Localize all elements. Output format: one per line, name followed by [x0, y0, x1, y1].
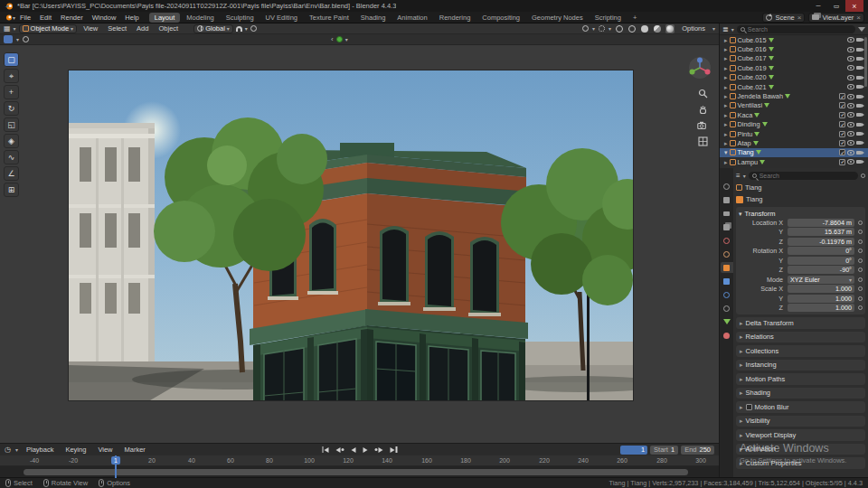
- transform-panel-header[interactable]: Transform: [739, 209, 863, 218]
- tab-object-data[interactable]: [721, 316, 733, 327]
- panel-relations[interactable]: Relations: [736, 332, 865, 343]
- scale-y-field[interactable]: 1.000: [788, 295, 854, 303]
- filter-icon[interactable]: [858, 27, 865, 32]
- current-frame-field[interactable]: 1: [620, 446, 647, 455]
- menu-window[interactable]: Window: [88, 14, 121, 22]
- expand-icon[interactable]: [724, 111, 728, 119]
- expand-icon[interactable]: [724, 45, 728, 53]
- xray-toggle-icon[interactable]: [615, 24, 624, 33]
- menu-keying[interactable]: Keying: [61, 446, 90, 454]
- animate-dot-icon[interactable]: [858, 230, 863, 234]
- shading-wireframe-icon[interactable]: [627, 24, 637, 33]
- collapse-icon[interactable]: [724, 148, 728, 156]
- expand-icon[interactable]: [724, 54, 728, 62]
- exclude-checkbox[interactable]: [839, 121, 845, 127]
- orientation-dropdown[interactable]: Global: [193, 24, 233, 33]
- proportional-editing-icon[interactable]: [250, 25, 257, 32]
- exclude-checkbox[interactable]: [839, 149, 845, 155]
- camera-icon[interactable]: [856, 84, 864, 89]
- menu-render[interactable]: Render: [56, 14, 88, 22]
- exclude-checkbox[interactable]: [839, 131, 845, 137]
- measure-tool[interactable]: [4, 166, 19, 181]
- eye-icon[interactable]: [847, 112, 854, 117]
- eye-icon[interactable]: [847, 94, 854, 99]
- animate-dot-icon[interactable]: [858, 239, 863, 244]
- motion-blur-checkbox[interactable]: [746, 404, 752, 410]
- outliner-row[interactable]: Cube.016: [720, 44, 868, 53]
- tab-modeling[interactable]: Modeling: [181, 13, 219, 23]
- jump-to-end-button[interactable]: [390, 446, 399, 454]
- zoom-icon[interactable]: [698, 89, 708, 99]
- outliner-row[interactable]: Atap: [720, 138, 868, 147]
- scene-unlink-icon[interactable]: [797, 14, 802, 22]
- eye-icon[interactable]: [847, 65, 854, 70]
- scene-selector[interactable]: Scene: [762, 13, 805, 23]
- animate-dot-icon[interactable]: [858, 258, 863, 263]
- animate-dot-icon[interactable]: [858, 286, 863, 291]
- timeline-editor-icon[interactable]: [5, 446, 11, 454]
- expand-icon[interactable]: [724, 101, 728, 109]
- eye-icon[interactable]: [847, 122, 854, 127]
- eye-icon[interactable]: [847, 37, 854, 42]
- scale-z-field[interactable]: 1.000: [788, 304, 854, 312]
- camera-icon[interactable]: [856, 65, 864, 70]
- tab-world[interactable]: [721, 249, 733, 259]
- jump-to-start-button[interactable]: [321, 446, 330, 454]
- cursor-tool[interactable]: [4, 69, 19, 83]
- properties-editor-icon[interactable]: [736, 172, 741, 180]
- close-button[interactable]: [845, 0, 863, 12]
- active-tool-icon[interactable]: [4, 35, 13, 43]
- outliner-editor-icon[interactable]: [722, 25, 729, 33]
- panel-motion-paths[interactable]: Motion Paths: [736, 373, 865, 385]
- collapse-arrow-icon[interactable]: [331, 35, 334, 43]
- camera-icon[interactable]: [856, 94, 864, 99]
- camera-icon[interactable]: [856, 140, 864, 145]
- tab-view-layer[interactable]: [721, 221, 733, 232]
- viewlayer-selector[interactable]: ViewLayer: [808, 13, 864, 23]
- menu-select[interactable]: Select: [104, 24, 130, 33]
- rotation-mode-dropdown[interactable]: XYZ Euler: [788, 276, 854, 284]
- scale-tool[interactable]: [4, 117, 19, 132]
- outliner-row[interactable]: Cube.015: [720, 35, 868, 44]
- tab-modifiers[interactable]: [721, 276, 733, 286]
- next-keyframe-button[interactable]: [374, 446, 384, 454]
- tab-material[interactable]: [721, 330, 733, 341]
- exclude-checkbox[interactable]: [839, 140, 845, 146]
- overlays-toggle-icon[interactable]: [599, 25, 605, 32]
- outliner-row[interactable]: Pintu: [720, 129, 868, 138]
- tab-object[interactable]: [721, 262, 733, 273]
- pan-hand-icon[interactable]: [698, 105, 708, 115]
- animate-dot-icon[interactable]: [858, 296, 863, 301]
- end-frame-field[interactable]: End250: [681, 446, 714, 455]
- eye-icon[interactable]: [847, 47, 854, 52]
- play-button[interactable]: [363, 446, 369, 454]
- expand-icon[interactable]: [724, 64, 728, 72]
- material-preview-swatch[interactable]: [336, 36, 343, 42]
- expand-icon[interactable]: [724, 139, 728, 147]
- outliner-row[interactable]: Jendela Bawah: [720, 91, 868, 100]
- camera-icon[interactable]: [856, 112, 864, 117]
- tab-layout[interactable]: Layout: [149, 13, 181, 23]
- tab-rendering[interactable]: Rendering: [434, 13, 476, 23]
- gizmo-toggle-icon[interactable]: [582, 25, 589, 32]
- shading-rendered-icon[interactable]: [665, 24, 675, 33]
- animate-dot-icon[interactable]: [858, 305, 863, 310]
- snap-magnet-icon[interactable]: [236, 26, 242, 32]
- tab-geometry-nodes[interactable]: Geometry Nodes: [526, 13, 589, 23]
- camera-icon[interactable]: [856, 75, 864, 80]
- tab-animation[interactable]: Animation: [392, 13, 432, 23]
- expand-icon[interactable]: [724, 73, 728, 81]
- blender-menu-icon[interactable]: [4, 13, 13, 22]
- maximize-button[interactable]: [827, 0, 845, 12]
- outliner-row[interactable]: Kaca: [720, 110, 868, 119]
- location-z-field[interactable]: -0.11976 m: [788, 238, 854, 246]
- animate-dot-icon[interactable]: [858, 221, 863, 225]
- tab-tool[interactable]: [721, 181, 733, 192]
- tab-scripting[interactable]: Scripting: [590, 13, 627, 23]
- menu-object[interactable]: Object: [155, 24, 182, 33]
- exclude-checkbox[interactable]: [839, 159, 845, 165]
- panel-shading[interactable]: Shading: [736, 388, 865, 399]
- menu-add[interactable]: Add: [133, 24, 152, 33]
- expand-icon[interactable]: [724, 92, 728, 100]
- menu-marker[interactable]: Marker: [121, 446, 149, 454]
